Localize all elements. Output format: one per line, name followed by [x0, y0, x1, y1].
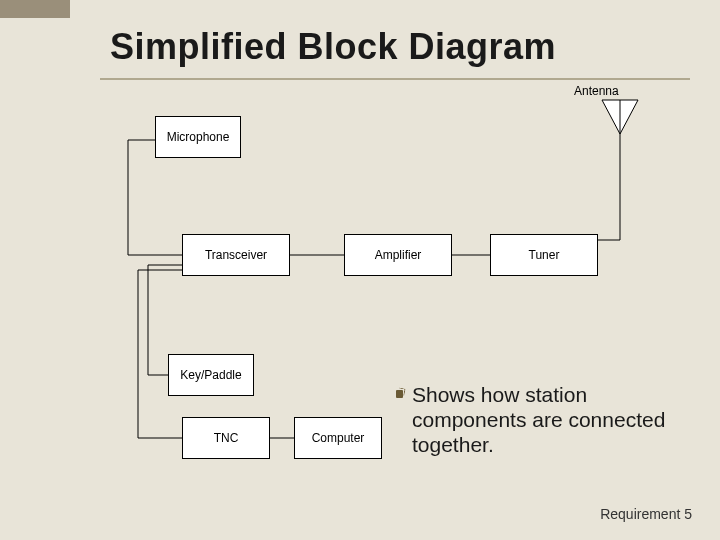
antenna-label: Antenna: [574, 84, 619, 98]
block-label: TNC: [214, 431, 239, 445]
block-label: Tuner: [529, 248, 560, 262]
block-label: Microphone: [167, 130, 230, 144]
block-amplifier: Amplifier: [344, 234, 452, 276]
block-microphone: Microphone: [155, 116, 241, 158]
block-transceiver: Transceiver: [182, 234, 290, 276]
footer-text: Requirement 5: [600, 506, 692, 522]
block-label: Computer: [312, 431, 365, 445]
block-tnc: TNC: [182, 417, 270, 459]
block-keypaddle: Key/Paddle: [168, 354, 254, 396]
block-label: Key/Paddle: [180, 368, 241, 382]
block-label: Amplifier: [375, 248, 422, 262]
block-tuner: Tuner: [490, 234, 598, 276]
block-label: Transceiver: [205, 248, 267, 262]
block-computer: Computer: [294, 417, 382, 459]
diagram-stage: Antenna Microphone Transceiver Amplifier…: [0, 0, 720, 540]
bullet-icon: [396, 388, 406, 400]
description-text: Shows how station components are connect…: [412, 382, 672, 458]
